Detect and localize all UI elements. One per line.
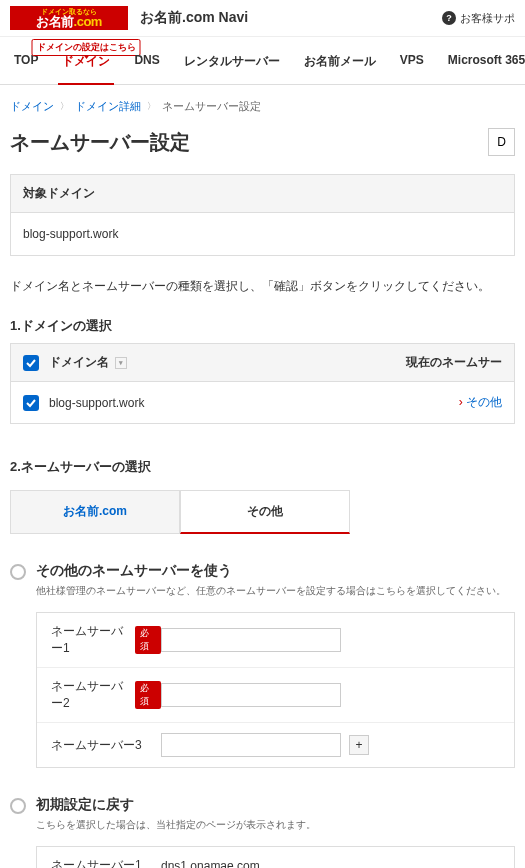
target-domain-value: blog-support.work <box>11 213 514 255</box>
tab-rental-server[interactable]: レンタルサーバー <box>184 53 280 84</box>
tab-vps[interactable]: VPS <box>400 53 424 84</box>
tab-domain[interactable]: ドメインの設定はこちら ドメイン <box>62 53 110 84</box>
ns-input-1[interactable] <box>161 628 341 652</box>
col-domain-name: ドメイン名 <box>49 354 109 371</box>
support-link[interactable]: ? お客様サポ <box>442 11 515 26</box>
option-other-ns: その他のネームサーバーを使う 他社様管理のネームサーバーなど、任意のネームサーバ… <box>10 562 515 768</box>
radio-other-ns[interactable] <box>10 564 26 580</box>
table-row: blog-support.work その他 <box>11 382 514 423</box>
option-default-ns: 初期設定に戻す こちらを選択した場合は、当社指定のページが表示されます。 ネーム… <box>10 796 515 868</box>
sort-icon[interactable]: ▾ <box>115 357 127 369</box>
breadcrumb-domain[interactable]: ドメイン <box>10 99 54 114</box>
target-domain-box: 対象ドメイン blog-support.work <box>10 174 515 256</box>
option-other-title: その他のネームサーバーを使う <box>36 562 506 580</box>
main-tabs: TOP ドメインの設定はこちら ドメイン DNS レンタルサーバー お名前メール… <box>0 37 525 85</box>
logo[interactable]: ドメイン取るなら お名前.com <box>10 6 128 30</box>
required-badge: 必須 <box>135 681 161 709</box>
navi-title: お名前.com Navi <box>140 9 442 27</box>
option-default-desc: こちらを選択した場合は、当社指定のページが表示されます。 <box>36 818 316 832</box>
ns-row-1: ネームサーバー1必須 <box>37 613 514 668</box>
select-all-checkbox[interactable] <box>23 355 39 371</box>
required-badge: 必須 <box>135 626 161 654</box>
section1-title: 1.ドメインの選択 <box>0 317 525 343</box>
breadcrumb-domain-detail[interactable]: ドメイン詳細 <box>75 99 141 114</box>
ns-input-3[interactable] <box>161 733 341 757</box>
breadcrumb-current: ネームサーバー設定 <box>162 99 261 114</box>
tab-dns[interactable]: DNS <box>134 53 159 84</box>
tab-mail[interactable]: お名前メール <box>304 53 376 84</box>
ns-tab-onamae[interactable]: お名前.com <box>10 490 180 534</box>
tab-microsoft365[interactable]: Microsoft 365 <box>448 53 525 84</box>
ns-tab-other[interactable]: その他 <box>180 490 350 534</box>
instruction-text: ドメイン名とネームサーバーの種類を選択し、「確認」ボタンをクリックしてください。 <box>0 256 525 317</box>
header: ドメイン取るなら お名前.com お名前.com Navi ? お客様サポ <box>0 0 525 37</box>
domain-name-cell: blog-support.work <box>49 396 459 410</box>
breadcrumb: ドメイン 〉 ドメイン詳細 〉 ネームサーバー設定 <box>0 85 525 128</box>
current-ns-link[interactable]: その他 <box>459 395 502 409</box>
dns-button[interactable]: D <box>488 128 515 156</box>
option-other-desc: 他社様管理のネームサーバーなど、任意のネームサーバーを設定する場合はこちらを選択… <box>36 584 506 598</box>
section2-title: 2.ネームサーバーの選択 <box>0 458 525 484</box>
ns-form-other: ネームサーバー1必須 ネームサーバー2必須 ネームサーバー3 + <box>36 612 515 768</box>
page-title: ネームサーバー設定 <box>10 129 488 156</box>
help-icon: ? <box>442 11 456 25</box>
ns-tabs: お名前.com その他 <box>10 490 515 534</box>
chevron-right-icon: 〉 <box>147 100 156 113</box>
domain-table: ドメイン名 ▾ 現在のネームサー blog-support.work その他 <box>10 343 515 424</box>
tab-top[interactable]: TOP <box>14 53 38 84</box>
option-default-title: 初期設定に戻す <box>36 796 316 814</box>
ns-row-2: ネームサーバー2必須 <box>37 668 514 723</box>
default-ns-row-1: ネームサーバー1 dns1.onamae.com <box>37 847 514 868</box>
ns-form-default: ネームサーバー1 dns1.onamae.com ネームサーバー2 dns2.o… <box>36 846 515 868</box>
add-ns-button[interactable]: + <box>349 735 369 755</box>
ns-row-3: ネームサーバー3 + <box>37 723 514 767</box>
ns-input-2[interactable] <box>161 683 341 707</box>
tab-badge: ドメインの設定はこちら <box>32 39 141 56</box>
row-checkbox[interactable] <box>23 395 39 411</box>
target-domain-head: 対象ドメイン <box>11 175 514 213</box>
default-ns-value-1: dns1.onamae.com <box>161 859 260 869</box>
col-current-ns: 現在のネームサー <box>406 354 502 371</box>
radio-default-ns[interactable] <box>10 798 26 814</box>
chevron-right-icon: 〉 <box>60 100 69 113</box>
